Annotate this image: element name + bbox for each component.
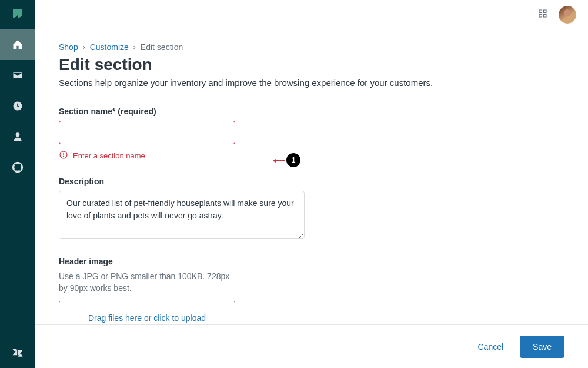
chevron-right-icon: › bbox=[133, 43, 136, 51]
svg-rect-4 bbox=[539, 10, 542, 13]
callout-1: 1 bbox=[273, 153, 300, 167]
sidebar-item-clock[interactable] bbox=[0, 91, 35, 121]
page-title: Edit section bbox=[59, 55, 564, 74]
chevron-right-icon: › bbox=[83, 43, 85, 51]
alert-icon bbox=[59, 150, 68, 161]
page-subtitle: Sections help organize your inventory an… bbox=[59, 78, 564, 88]
breadcrumb: Shop › Customize › Edit section bbox=[59, 42, 564, 52]
header-image-hint: Use a JPG or PNG smaller than 100KB. 728… bbox=[59, 271, 235, 294]
callout-badge: 1 bbox=[286, 153, 300, 167]
description-label: Description bbox=[59, 177, 564, 186]
svg-point-1 bbox=[16, 132, 20, 137]
footer: Cancel Save bbox=[35, 324, 588, 368]
section-name-label: Section name* (required) bbox=[59, 107, 564, 116]
header-image-label: Header image bbox=[59, 257, 564, 266]
logo[interactable] bbox=[0, 0, 35, 29]
svg-point-3 bbox=[16, 166, 19, 169]
sidebar-item-mail[interactable] bbox=[0, 60, 35, 91]
svg-rect-5 bbox=[544, 10, 547, 13]
apps-icon[interactable] bbox=[537, 8, 548, 21]
sidebar bbox=[0, 0, 35, 368]
sidebar-item-help[interactable] bbox=[0, 152, 35, 183]
sidebar-item-user[interactable] bbox=[0, 121, 35, 152]
avatar[interactable] bbox=[559, 6, 576, 24]
description-input[interactable]: Our curated list of pet-friendly housepl… bbox=[59, 191, 305, 239]
svg-rect-6 bbox=[539, 14, 542, 17]
topbar bbox=[35, 0, 588, 29]
save-button[interactable]: Save bbox=[520, 336, 564, 358]
section-name-input[interactable] bbox=[59, 121, 235, 144]
section-name-error: Enter a section name bbox=[73, 151, 145, 160]
breadcrumb-shop[interactable]: Shop bbox=[59, 42, 78, 52]
callout-arrow-icon bbox=[273, 160, 285, 161]
header-image-dropzone[interactable]: Drag files here or click to upload bbox=[59, 301, 235, 324]
sidebar-item-home[interactable] bbox=[0, 29, 35, 60]
svg-point-10 bbox=[63, 156, 64, 157]
sidebar-item-zendesk[interactable] bbox=[0, 337, 35, 368]
breadcrumb-current: Edit section bbox=[141, 42, 183, 52]
svg-rect-7 bbox=[544, 14, 547, 17]
cancel-button[interactable]: Cancel bbox=[477, 342, 503, 352]
breadcrumb-customize[interactable]: Customize bbox=[90, 42, 129, 52]
